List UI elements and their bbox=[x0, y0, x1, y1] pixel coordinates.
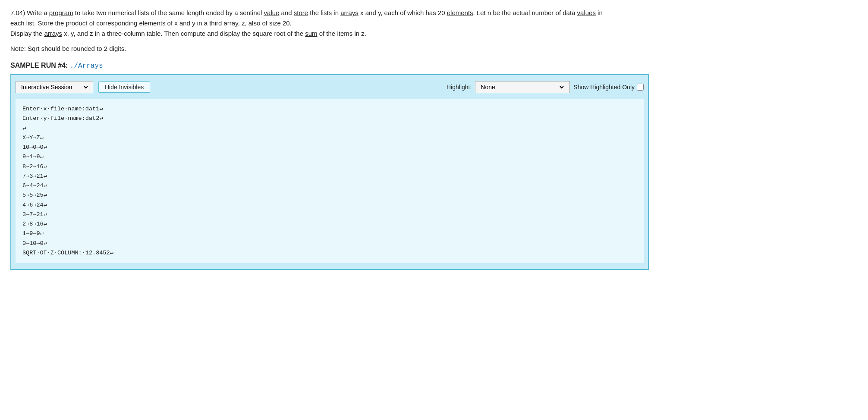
show-highlighted-checkbox[interactable] bbox=[637, 84, 644, 91]
session-toolbar: Interactive Session Hide Invisibles High… bbox=[16, 81, 644, 93]
highlight-dropdown-wrapper[interactable]: None bbox=[475, 81, 570, 93]
problem-number: 7.04) Write a bbox=[10, 9, 49, 16]
highlight-select[interactable]: None bbox=[479, 83, 565, 91]
program-underline: program bbox=[49, 9, 73, 16]
highlight-section: Highlight: None Show Highlighted Only bbox=[447, 81, 644, 93]
sample-run-heading: SAMPLE RUN #4: ./Arrays bbox=[10, 62, 858, 70]
highlight-label: Highlight: bbox=[447, 84, 472, 91]
session-container: Interactive Session Hide Invisibles High… bbox=[10, 74, 649, 270]
session-output: Enter·x·file·name:dat1↵ Enter·y·file·nam… bbox=[16, 99, 644, 263]
session-type-dropdown[interactable]: Interactive Session bbox=[16, 81, 93, 93]
show-highlighted-label: Show Highlighted Only bbox=[573, 84, 644, 91]
note-text: Note: Sqrt should be rounded to 2 digits… bbox=[10, 45, 858, 52]
code-link: ./Arrays bbox=[70, 62, 103, 70]
problem-text: 7.04) Write a program to take two numeri… bbox=[10, 8, 614, 39]
hide-invisibles-button[interactable]: Hide Invisibles bbox=[98, 81, 150, 93]
session-type-select[interactable]: Interactive Session bbox=[19, 83, 89, 91]
